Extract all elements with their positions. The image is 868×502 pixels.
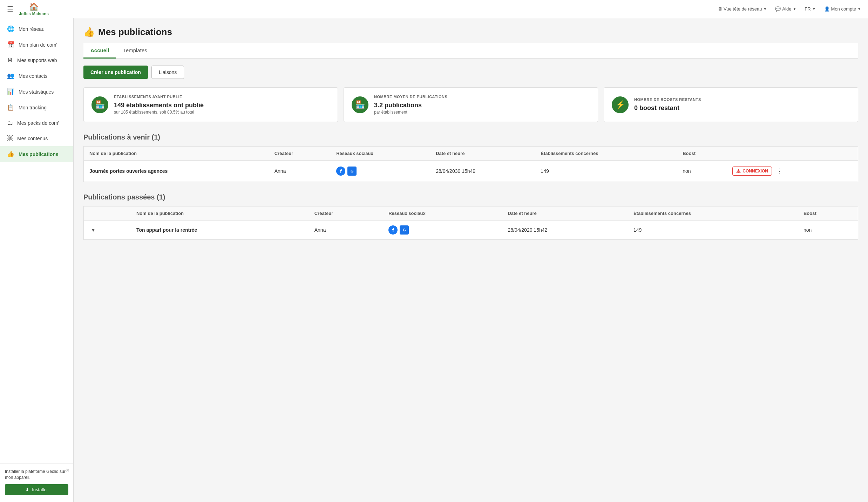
account-button[interactable]: 👤 Mon compte ▼ bbox=[824, 6, 861, 12]
connexion-badge[interactable]: ⚠ CONNEXION bbox=[732, 167, 772, 176]
sidebar-label-mes-supports-web: Mes supports web bbox=[17, 57, 57, 63]
past-row-createur: Anna bbox=[309, 221, 383, 240]
stats-row: 🏪 ÉTABLISSEMENTS AYANT PUBLIÉ 149 établi… bbox=[83, 87, 858, 122]
liaisons-button[interactable]: Liaisons bbox=[151, 66, 184, 79]
vue-icon: 🖥 bbox=[718, 6, 722, 12]
topnav-right: 🖥 Vue tête de réseau ▼ 💬 Aide ▼ FR ▼ 👤 M… bbox=[718, 6, 861, 12]
close-banner-button[interactable]: ✕ bbox=[66, 467, 70, 473]
main-layout: 🌐 Mon réseau 📅 Mon plan de com' 🖥 Mes su… bbox=[0, 18, 868, 502]
lang-label: FR bbox=[805, 6, 811, 12]
past-row-etablissements: 149 bbox=[628, 221, 798, 240]
stat-card-moyenne: 🏪 NOMBRE MOYEN DE PUBLICATIONS 3.2 publi… bbox=[344, 87, 598, 122]
sidebar-label-mes-statistiques: Mes statistiques bbox=[19, 89, 54, 95]
stat-value-etablissements: 149 établissements ont publié bbox=[114, 102, 204, 109]
sidebar-label-mes-publications: Mes publications bbox=[19, 151, 59, 157]
past-col-expand bbox=[84, 206, 131, 221]
col-boost: Boost bbox=[677, 147, 727, 161]
upcoming-table-header-row: Nom de la publication Créateur Réseaux s… bbox=[84, 147, 858, 161]
sidebar-item-mes-statistiques[interactable]: 📊 Mes statistiques bbox=[0, 84, 73, 100]
account-arrow-icon: ▼ bbox=[857, 7, 861, 11]
stat-card-boosts: ⚡ NOMBRE DE BOOSTS RESTANTS 0 boost rest… bbox=[604, 87, 858, 122]
publications-icon: 👍 bbox=[7, 150, 14, 158]
stats-icon: 📊 bbox=[7, 88, 14, 95]
past-col-boost: Boost bbox=[798, 206, 858, 221]
sidebar-label-mes-contacts: Mes contacts bbox=[19, 73, 47, 79]
sidebar-item-mes-contenus[interactable]: 🖼 Mes contenus bbox=[0, 131, 73, 146]
topnav: ☰ 🏠 Jolies Maisons 🖥 Vue tête de réseau … bbox=[0, 0, 868, 18]
stat-card-etablissements: 🏪 ÉTABLISSEMENTS AYANT PUBLIÉ 149 établi… bbox=[83, 87, 338, 122]
facebook-icon: f bbox=[336, 167, 345, 176]
upcoming-table: Nom de la publication Créateur Réseaux s… bbox=[83, 146, 858, 182]
table-row: Journée portes ouvertes agences Anna f G… bbox=[84, 161, 858, 182]
monitor-icon: 🖥 bbox=[7, 57, 13, 64]
past-pub-name: Ton appart pour la rentrée bbox=[136, 227, 197, 233]
upcoming-row-etablissements: 149 bbox=[535, 161, 677, 182]
stat-label-etablissements: ÉTABLISSEMENTS AYANT PUBLIÉ bbox=[114, 95, 204, 99]
sidebar-item-mes-packs[interactable]: 🗂 Mes packs de com' bbox=[0, 115, 73, 131]
sidebar-label-mon-tracking: Mon tracking bbox=[19, 105, 47, 110]
aide-arrow-icon: ▼ bbox=[793, 7, 796, 11]
main-content: 👍 Mes publications Accueil Templates Cré… bbox=[74, 18, 868, 502]
upcoming-row-date: 28/04/2030 15h49 bbox=[430, 161, 535, 182]
calendar-icon: 📅 bbox=[7, 41, 14, 48]
past-table-body: ▼ Ton appart pour la rentrée Anna f G 28… bbox=[84, 221, 858, 240]
packs-icon: 🗂 bbox=[7, 120, 13, 127]
stat-sub-etablissements: sur 185 établissements, soit 80.5% au to… bbox=[114, 110, 204, 115]
upcoming-title: Publications à venir (1) bbox=[83, 133, 858, 141]
install-banner-text: Installer la plateforme Geolid sur mon a… bbox=[5, 469, 68, 481]
past-table: Nom de la publication Créateur Réseaux s… bbox=[83, 206, 858, 240]
upcoming-row-reseaux: f G bbox=[331, 161, 430, 182]
sidebar-item-mon-plan[interactable]: 📅 Mon plan de com' bbox=[0, 37, 73, 53]
vue-label: Vue tête de réseau bbox=[724, 6, 762, 12]
install-button[interactable]: ⬇ Installer bbox=[5, 484, 68, 495]
upcoming-row-createur: Anna bbox=[269, 161, 331, 182]
network-icon: 🌐 bbox=[7, 25, 14, 33]
past-col-etablissements: Établissements concernés bbox=[628, 206, 798, 221]
vue-tete-reseau-button[interactable]: 🖥 Vue tête de réseau ▼ bbox=[718, 6, 767, 12]
tab-accueil[interactable]: Accueil bbox=[83, 43, 116, 59]
past-row-reseaux: f G bbox=[383, 221, 502, 240]
stat-label-boosts: NOMBRE DE BOOSTS RESTANTS bbox=[634, 97, 701, 102]
page-header: 👍 Mes publications bbox=[83, 27, 858, 38]
aide-button[interactable]: 💬 Aide ▼ bbox=[775, 6, 796, 12]
col-date: Date et heure bbox=[430, 147, 535, 161]
create-publication-button[interactable]: Créer une publication bbox=[83, 66, 148, 79]
tab-templates[interactable]: Templates bbox=[116, 43, 154, 59]
logo: 🏠 Jolies Maisons bbox=[19, 2, 49, 16]
sidebar-nav: 🌐 Mon réseau 📅 Mon plan de com' 🖥 Mes su… bbox=[0, 18, 73, 165]
upcoming-row-nom: Journée portes ouvertes agences bbox=[84, 161, 269, 182]
contacts-icon: 👥 bbox=[7, 72, 14, 80]
past-row-nom: Ton appart pour la rentrée bbox=[131, 221, 309, 240]
aide-icon: 💬 bbox=[775, 6, 781, 12]
install-label: Installer bbox=[32, 487, 48, 492]
stat-icon-moyenne: 🏪 bbox=[352, 96, 368, 113]
install-banner-area: ✕ Installer la plateforme Geolid sur mon… bbox=[0, 463, 73, 502]
sidebar-item-mon-tracking[interactable]: 📋 Mon tracking bbox=[0, 100, 73, 115]
sidebar-item-mon-reseau[interactable]: 🌐 Mon réseau bbox=[0, 21, 73, 37]
sidebar-label-mon-plan: Mon plan de com' bbox=[19, 42, 57, 48]
lang-button[interactable]: FR ▼ bbox=[805, 6, 815, 12]
stat-label-moyenne: NOMBRE MOYEN DE PUBLICATIONS bbox=[374, 95, 447, 99]
account-label: Mon compte bbox=[831, 6, 856, 12]
past-social-icons: f G bbox=[388, 225, 496, 235]
contenus-icon: 🖼 bbox=[7, 135, 13, 142]
sidebar-item-mes-supports-web[interactable]: 🖥 Mes supports web bbox=[0, 53, 73, 68]
stat-value-moyenne: 3.2 publications bbox=[374, 102, 447, 109]
sidebar-label-mon-reseau: Mon réseau bbox=[19, 26, 45, 32]
past-row-expand[interactable]: ▼ bbox=[84, 221, 131, 240]
logo-icon: 🏠 bbox=[29, 2, 39, 12]
lang-arrow-icon: ▼ bbox=[812, 7, 816, 11]
account-icon: 👤 bbox=[824, 6, 830, 12]
google-icon: G bbox=[400, 225, 409, 235]
stat-info-moyenne: NOMBRE MOYEN DE PUBLICATIONS 3.2 publica… bbox=[374, 95, 447, 115]
sidebar-item-mes-publications[interactable]: 👍 Mes publications bbox=[0, 146, 73, 162]
page-title: Mes publications bbox=[98, 27, 172, 38]
hamburger-menu[interactable]: ☰ bbox=[7, 5, 13, 13]
col-nom-pub: Nom de la publication bbox=[84, 147, 269, 161]
upcoming-social-icons: f G bbox=[336, 167, 425, 176]
facebook-icon: f bbox=[388, 225, 398, 235]
sidebar-item-mes-contacts[interactable]: 👥 Mes contacts bbox=[0, 68, 73, 84]
stat-icon-boosts: ⚡ bbox=[612, 96, 629, 113]
more-options-button[interactable]: ⋮ bbox=[775, 165, 785, 177]
expand-row-button[interactable]: ▼ bbox=[89, 226, 97, 234]
